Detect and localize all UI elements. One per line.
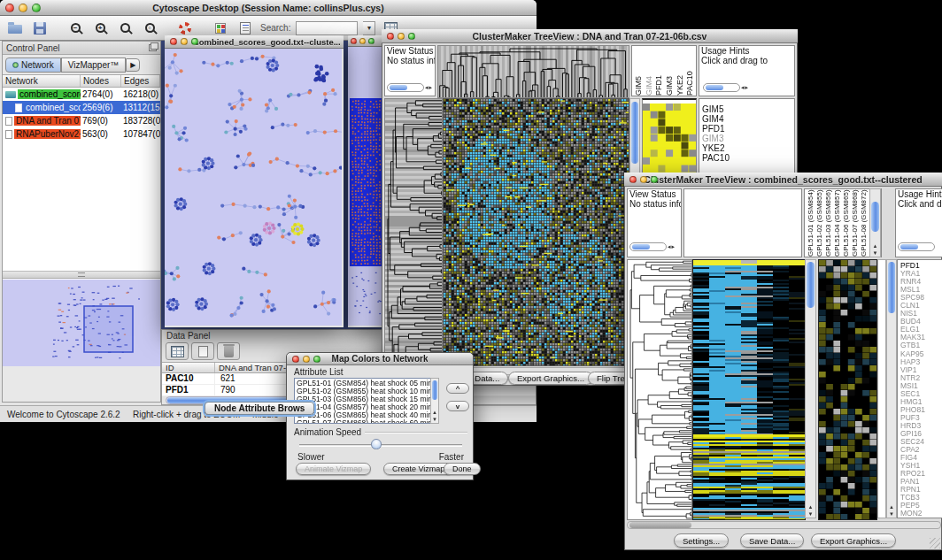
scroll-down-icon[interactable]: ▼	[431, 417, 438, 422]
tab-overflow-button[interactable]: ▶	[126, 58, 140, 72]
move-up-button[interactable]: ^	[446, 383, 469, 394]
table-row[interactable]: RNAPuberNov2+ 563(0) 107847(0)	[3, 127, 160, 141]
zoom-window-icon[interactable]	[368, 38, 374, 44]
open-session-button[interactable]	[5, 19, 25, 38]
column-label[interactable]: GPL51-01 (GSM854)	[807, 189, 815, 257]
gene-label[interactable]: GIM4	[702, 114, 794, 124]
column-label[interactable]: GPL51-06 (GSM865)	[842, 189, 851, 257]
zoom-slider[interactable]: ◂▸	[703, 83, 748, 92]
close-icon[interactable]	[292, 356, 299, 363]
vertical-scrollbar[interactable]: ▲ ▼	[869, 188, 881, 257]
tab-vizmapper[interactable]: VizMapper™	[61, 58, 127, 73]
scrollbar-thumb[interactable]	[807, 262, 815, 308]
network-overview-canvas[interactable]	[3, 280, 158, 365]
column-label[interactable]: GPL51-04 (GSM857)	[833, 189, 842, 257]
left-arrow-icon[interactable]: ◂	[741, 84, 745, 91]
minimize-icon[interactable]	[303, 356, 310, 363]
titlebar[interactable]: ClusterMaker TreeView : combined_scores_…	[624, 173, 942, 187]
right-arrow-icon[interactable]: ▸	[429, 84, 433, 91]
close-icon[interactable]	[629, 176, 637, 183]
scrollbar-thumb[interactable]	[631, 102, 638, 164]
settings-button[interactable]: Settings...	[674, 533, 729, 548]
scroll-down-icon[interactable]: ▼	[806, 511, 815, 517]
gene-label[interactable]: GIM5	[702, 104, 794, 114]
tab-network[interactable]: Network	[5, 58, 61, 73]
left-arrow-icon[interactable]: ◂	[668, 243, 671, 250]
gene-label[interactable]: YKE2	[702, 143, 794, 153]
panel-divider[interactable]	[3, 272, 160, 279]
delete-attribute-button[interactable]	[217, 342, 240, 360]
scrollbar-thumb[interactable]	[432, 380, 437, 400]
select-attributes-button[interactable]	[166, 342, 189, 360]
close-icon[interactable]	[351, 38, 357, 44]
vertical-scrollbar[interactable]: ▲ ▼	[886, 259, 897, 518]
titlebar[interactable]: Map Colors to Network	[287, 353, 473, 365]
zoom-slider[interactable]	[898, 242, 935, 251]
left-arrow-icon[interactable]: ◂	[425, 84, 429, 91]
export-graphics-button[interactable]: Export Graphics...	[508, 372, 593, 385]
scroll-up-icon[interactable]: ▲	[806, 504, 815, 510]
node-attribute-browser-tab[interactable]: Node Attribute Brows	[205, 402, 314, 415]
zoom-window-icon[interactable]	[651, 176, 658, 183]
scroll-up-icon[interactable]: ▲	[870, 243, 880, 249]
close-icon[interactable]	[5, 4, 14, 12]
table-row[interactable]: DNA and Tran 07 769(0) 183728(0)	[3, 114, 160, 127]
column-label[interactable]: GIM4	[645, 46, 655, 96]
scroll-down-icon[interactable]: ▼	[887, 511, 896, 517]
right-arrow-icon[interactable]: ▸	[745, 84, 749, 91]
scroll-up-icon[interactable]: ▲	[431, 410, 438, 415]
move-down-button[interactable]: v	[446, 401, 469, 411]
gene-label[interactable]: PFD1	[702, 124, 794, 134]
gene-label[interactable]: MON2	[900, 510, 942, 518]
heatmap-canvas[interactable]	[692, 259, 806, 520]
column-label[interactable]: GPL51-08 (GSM872)	[860, 189, 869, 257]
zoom-in-button[interactable]: +	[90, 19, 110, 38]
zoom-out-button[interactable]: −	[66, 19, 85, 38]
horizontal-scrollbar[interactable]	[627, 521, 941, 529]
close-icon[interactable]	[170, 38, 177, 45]
animate-vizmap-button[interactable]: Animate Vizmap	[296, 463, 371, 475]
zoom-slider[interactable]: ◂▸	[387, 83, 432, 92]
zoom-heatmap-canvas[interactable]	[818, 259, 877, 520]
zoom-window-icon[interactable]	[191, 38, 198, 45]
search-dropdown-button[interactable]: ▾	[363, 21, 375, 35]
scrollbar-thumb[interactable]	[871, 202, 879, 232]
column-label[interactable]: GIM3	[665, 46, 676, 96]
scroll-down-icon[interactable]: ▼	[870, 250, 880, 256]
heatmap-canvas[interactable]	[443, 98, 629, 366]
column-label[interactable]: YKE2	[676, 46, 686, 96]
column-label[interactable]: GIM5	[634, 46, 645, 96]
titlebar[interactable]: ClusterMaker TreeView : DNA and Tran 07-…	[382, 29, 798, 43]
column-dendrogram-panel[interactable]	[683, 188, 802, 257]
column-label[interactable]: GPL51-02 (GSM855)	[815, 189, 824, 257]
minimize-icon[interactable]	[398, 33, 405, 40]
vertical-scrollbar[interactable]: ▲ ▼	[805, 259, 816, 518]
table-row-selected[interactable]: combined_sco 2569(6) 13112(15)	[3, 101, 160, 114]
zoom-window-icon[interactable]	[313, 356, 320, 363]
network-view-canvas[interactable]	[165, 49, 342, 326]
scroll-up-icon[interactable]: ▲	[887, 504, 896, 510]
titlebar[interactable]: combined_scores_good.txt--cluste...	[165, 35, 344, 49]
zoom-selected-button[interactable]	[115, 19, 135, 38]
column-label[interactable]: PFD1	[654, 46, 665, 96]
right-arrow-icon[interactable]: ▸	[672, 243, 676, 250]
minimize-icon[interactable]	[359, 38, 366, 44]
save-data-button[interactable]: Save Data...	[740, 533, 804, 548]
vertical-scrollbar[interactable]: ▲ ▼	[430, 378, 439, 424]
column-label[interactable]: PAC10	[685, 46, 696, 96]
speed-slider-thumb[interactable]	[371, 439, 382, 449]
table-row[interactable]: combined_scores 2764(0) 16218(0)	[3, 88, 160, 101]
resize-grip[interactable]	[930, 538, 940, 548]
save-session-button[interactable]	[30, 19, 50, 38]
zoom-slider[interactable]: ◂▸	[629, 242, 675, 251]
main-titlebar[interactable]: Cytoscape Desktop (Session Name: collins…	[0, 0, 537, 16]
scrollbar-thumb[interactable]	[888, 262, 895, 313]
done-button[interactable]: Done	[444, 463, 481, 475]
column-label[interactable]: GPL51-03 (GSM856)	[824, 189, 833, 257]
gene-label[interactable]: PAC10	[702, 153, 794, 163]
search-input[interactable]	[296, 21, 358, 35]
column-dendrogram-canvas[interactable]	[437, 45, 629, 98]
network-view-canvas[interactable]	[348, 47, 384, 326]
zoom-heatmap-canvas[interactable]	[643, 104, 696, 173]
minimize-icon[interactable]	[640, 176, 647, 183]
